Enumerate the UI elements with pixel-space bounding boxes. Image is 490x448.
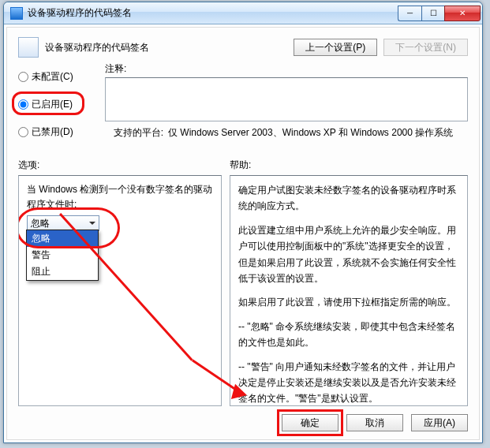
ok-button[interactable]: 确定 [282,414,339,431]
minimize-button[interactable]: ─ [398,6,421,21]
close-button[interactable]: ✕ [444,6,481,21]
cancel-button[interactable]: 取消 [346,414,403,431]
platform-value: 仅 Windows Server 2003、Windows XP 和 Windo… [168,126,468,140]
window-icon [10,7,23,20]
prev-setting-button[interactable]: 上一个设置(P) [294,39,377,56]
help-label: 帮助: [230,159,468,172]
help-panel: 确定用户试图安装未经数字签名的设备驱动程序时系统的响应方式。 此设置建立组中用户… [230,175,468,406]
apply-button[interactable]: 应用(A) [411,414,468,431]
titlebar[interactable]: 设备驱动程序的代码签名 ─ ☐ ✕ [4,2,482,24]
maximize-button[interactable]: ☐ [421,6,445,21]
platform-label: 支持的平台: [105,126,168,140]
policy-icon [18,37,39,58]
options-panel: 当 Windows 检测到一个没有数字签名的驱动程序文件时: 忽略 忽略 警告 … [18,175,222,406]
radio-enabled[interactable]: 已启用(E) [18,98,105,111]
help-p5: -- "警告" 向用户通知未经数字签名的文件，并让用户决定是停止安装还是继续安装… [238,359,459,406]
page-title: 设备驱动程序的代码签名 [45,41,287,54]
radio-not-configured[interactable]: 未配置(C) [18,70,105,84]
comment-textarea[interactable] [105,77,468,121]
options-label: 选项: [18,159,230,172]
help-p1: 确定用户试图安装未经数字签名的设备驱动程序时系统的响应方式。 [238,182,459,215]
comment-label: 注释: [105,62,468,76]
option-text: 当 Windows 检测到一个没有数字签名的驱动程序文件时: [27,182,213,212]
help-p4: -- "忽略" 命令系统继续安装，即使其中包含未经签名的文件也是如此。 [238,319,459,351]
window-title: 设备驱动程序的代码签名 [28,6,398,20]
behavior-combo-dropdown[interactable]: 忽略 警告 阻止 [26,230,99,281]
help-p3: 如果启用了此设置，请使用下拉框指定所需的响应。 [238,294,459,310]
next-setting-button: 下一个设置(N) [383,39,468,56]
combo-item-block[interactable]: 阻止 [27,263,98,280]
radio-disabled[interactable]: 已禁用(D) [18,125,105,139]
combo-item-ignore[interactable]: 忽略 [27,230,98,247]
combo-item-warn[interactable]: 警告 [27,247,98,263]
help-p2: 此设置建立组中用户系统上允许的最少安全响应。用户可以使用控制面板中的"系统"选择… [238,222,459,287]
